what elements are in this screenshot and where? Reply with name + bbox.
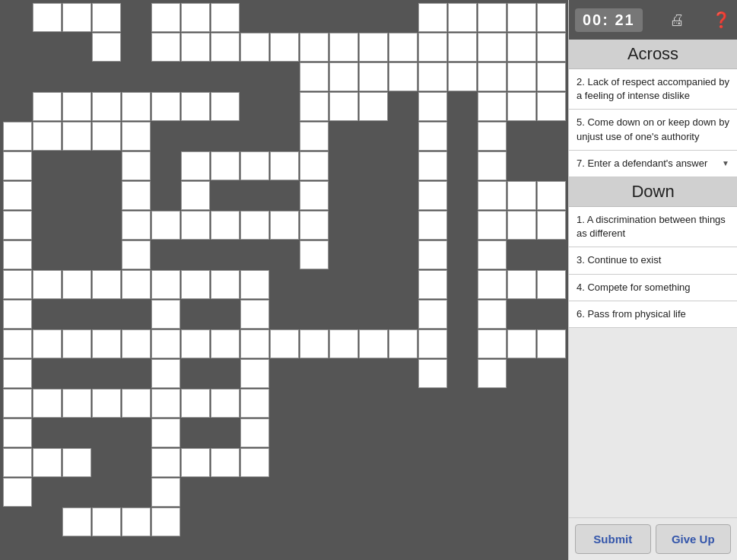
grid-cell[interactable] [507,181,536,210]
grid-cell[interactable] [122,181,151,210]
grid-cell[interactable] [92,329,121,358]
grid-cell[interactable] [122,122,151,151]
grid-cell[interactable] [418,151,447,180]
grid-cell[interactable] [211,92,240,121]
grid-cell[interactable] [448,33,477,62]
grid-cell[interactable] [537,33,566,62]
clue-across-2[interactable]: 2. Lack of respect accompanied by a feel… [569,69,737,110]
grid-cell[interactable] [418,359,447,388]
grid-cell[interactable] [418,211,447,240]
grid-cell[interactable] [92,508,121,536]
grid-cell[interactable] [507,33,536,62]
grid-cell[interactable] [270,329,299,358]
grid-cell[interactable] [359,329,388,358]
grid-cell[interactable] [478,122,507,151]
grid-cell[interactable] [537,329,566,358]
grid-cell[interactable] [478,329,507,358]
grid-cell[interactable] [211,33,240,62]
grid-cell[interactable] [478,270,507,299]
grid-cell[interactable] [33,92,62,121]
grid-cell[interactable] [537,270,566,299]
grid-cell[interactable] [240,448,269,477]
grid-cell[interactable] [418,122,447,151]
grid-cell[interactable] [3,181,32,210]
grid-cell[interactable] [478,211,507,240]
grid-cell[interactable] [329,329,358,358]
clue-down-6[interactable]: 6. Pass from physical life [569,301,737,328]
grid-cell[interactable] [122,211,151,240]
grid-cell[interactable] [62,3,91,32]
grid-cell[interactable] [151,478,180,507]
grid-cell[interactable] [300,240,329,269]
grid-cell[interactable] [3,122,32,151]
grid-cell[interactable] [122,270,151,299]
grid-cell[interactable] [240,33,269,62]
grid-cell[interactable] [537,62,566,91]
grid-cell[interactable] [240,359,269,388]
grid-cell[interactable] [181,389,210,418]
grid-cell[interactable] [62,92,91,121]
grid-cell[interactable] [3,418,32,447]
grid-cell[interactable] [418,62,447,91]
grid-cell[interactable] [418,181,447,210]
grid-cell[interactable] [33,3,62,32]
grid-cell[interactable] [329,33,358,62]
grid-cell[interactable] [3,329,32,358]
grid-cell[interactable] [62,329,91,358]
grid-cell[interactable] [507,62,536,91]
crossword-grid[interactable] [0,0,568,560]
grid-cell[interactable] [300,92,329,121]
grid-cell[interactable] [122,240,151,269]
grid-cell[interactable] [389,33,418,62]
help-icon[interactable]: ❓ [712,11,731,29]
grid-cell[interactable] [33,270,62,299]
grid-cell[interactable] [478,3,507,32]
grid-cell[interactable] [181,3,210,32]
grid-cell[interactable] [92,122,121,151]
grid-cell[interactable] [300,211,329,240]
grid-cell[interactable] [300,181,329,210]
grid-cell[interactable] [418,329,447,358]
grid-cell[interactable] [3,300,32,329]
grid-cell[interactable] [389,329,418,358]
grid-cell[interactable] [507,211,536,240]
grid-cell[interactable] [507,270,536,299]
grid-cell[interactable] [211,329,240,358]
grid-cell[interactable] [181,33,210,62]
grid-cell[interactable] [418,300,447,329]
grid-cell[interactable] [151,448,180,477]
grid-cell[interactable] [3,270,32,299]
print-icon[interactable]: 🖨 [669,11,685,29]
grid-cell[interactable] [300,33,329,62]
grid-cell[interactable] [181,211,210,240]
grid-cell[interactable] [211,448,240,477]
grid-cell[interactable] [181,270,210,299]
grid-cell[interactable] [418,3,447,32]
grid-cell[interactable] [151,300,180,329]
grid-cell[interactable] [329,92,358,121]
give-up-button[interactable]: Give Up [656,524,732,554]
grid-cell[interactable] [151,270,180,299]
grid-cell[interactable] [92,389,121,418]
grid-cell[interactable] [92,270,121,299]
grid-cell[interactable] [62,270,91,299]
grid-cell[interactable] [151,389,180,418]
grid-cell[interactable] [151,359,180,388]
grid-cell[interactable] [62,122,91,151]
grid-cell[interactable] [270,33,299,62]
grid-cell[interactable] [240,329,269,358]
grid-cell[interactable] [507,92,536,121]
grid-cell[interactable] [418,240,447,269]
grid-cell[interactable] [3,151,32,180]
grid-cell[interactable] [3,389,32,418]
grid-cell[interactable] [359,92,388,121]
grid-cell[interactable] [211,151,240,180]
grid-cell[interactable] [329,62,358,91]
grid-cell[interactable] [62,448,91,477]
grid-cell[interactable] [478,240,507,269]
grid-cell[interactable] [507,329,536,358]
grid-cell[interactable] [240,270,269,299]
clue-down-4[interactable]: 4. Compete for something [569,275,737,301]
grid-cell[interactable] [359,62,388,91]
grid-cell[interactable] [537,181,566,210]
